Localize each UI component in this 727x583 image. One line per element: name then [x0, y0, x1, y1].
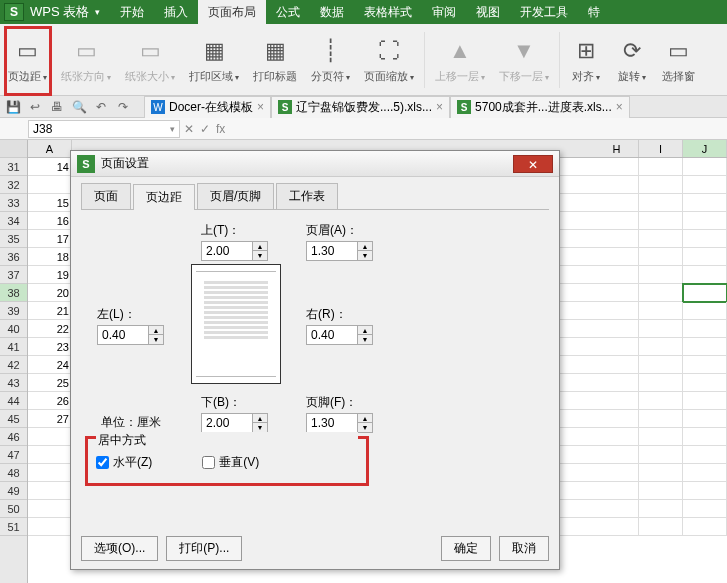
cell-I46[interactable]: [639, 428, 683, 446]
doc-tab-0[interactable]: WDocer-在线模板×: [144, 96, 271, 118]
qat-save-icon[interactable]: 💾: [4, 98, 22, 116]
cell-J42[interactable]: [683, 356, 727, 374]
cell-I51[interactable]: [639, 518, 683, 536]
cell-J47[interactable]: [683, 446, 727, 464]
dialog-tab-3[interactable]: 工作表: [276, 183, 338, 209]
cell-H51[interactable]: [595, 518, 639, 536]
cell-H37[interactable]: [595, 266, 639, 284]
dialog-tab-0[interactable]: 页面: [81, 183, 131, 209]
spin-down-icon[interactable]: ▼: [253, 251, 267, 260]
cell-I44[interactable]: [639, 392, 683, 410]
cell-J50[interactable]: [683, 500, 727, 518]
center-horizontal-check[interactable]: 水平(Z): [96, 454, 152, 471]
ribbon-打印标题[interactable]: ▦打印标题: [247, 33, 303, 86]
row-header-39[interactable]: 39: [0, 302, 27, 320]
cell-A43[interactable]: 25: [28, 374, 72, 392]
row-header-35[interactable]: 35: [0, 230, 27, 248]
cell-H40[interactable]: [595, 320, 639, 338]
cell-I36[interactable]: [639, 248, 683, 266]
name-box-dropdown-icon[interactable]: ▾: [170, 124, 175, 134]
spin-down-icon[interactable]: ▼: [358, 423, 372, 432]
cell-I47[interactable]: [639, 446, 683, 464]
cell-I45[interactable]: [639, 410, 683, 428]
cell-I43[interactable]: [639, 374, 683, 392]
print-button[interactable]: 打印(P)...: [166, 536, 242, 561]
cell-J35[interactable]: [683, 230, 727, 248]
cell-I38[interactable]: [639, 284, 683, 302]
margin-top-input[interactable]: [201, 241, 253, 261]
cell-A31[interactable]: 14: [28, 158, 72, 176]
cell-J41[interactable]: [683, 338, 727, 356]
doc-tab-close-icon[interactable]: ×: [257, 100, 264, 114]
app-dropdown-icon[interactable]: ▾: [95, 7, 100, 17]
ribbon-纸张大小[interactable]: ▭纸张大小▾: [119, 33, 181, 86]
ribbon-分页符[interactable]: ┊分页符▾: [305, 33, 356, 86]
cell-A44[interactable]: 26: [28, 392, 72, 410]
fx-label[interactable]: fx: [216, 122, 225, 136]
cell-H45[interactable]: [595, 410, 639, 428]
row-header-34[interactable]: 34: [0, 212, 27, 230]
ribbon-页边距[interactable]: ▭页边距▾: [2, 33, 53, 86]
spin-up-icon[interactable]: ▲: [358, 326, 372, 335]
cell-A51[interactable]: [28, 518, 72, 536]
row-header-50[interactable]: 50: [0, 500, 27, 518]
cell-A42[interactable]: 24: [28, 356, 72, 374]
cell-J44[interactable]: [683, 392, 727, 410]
cell-J37[interactable]: [683, 266, 727, 284]
cell-J33[interactable]: [683, 194, 727, 212]
spin-down-icon[interactable]: ▼: [253, 423, 267, 432]
row-header-47[interactable]: 47: [0, 446, 27, 464]
ribbon-选择窗[interactable]: ▭选择窗: [656, 33, 701, 86]
cell-I31[interactable]: [639, 158, 683, 176]
cell-I41[interactable]: [639, 338, 683, 356]
col-header-A[interactable]: A: [28, 140, 72, 157]
col-header-J[interactable]: J: [683, 140, 727, 157]
menu-item-8[interactable]: 开发工具: [510, 0, 578, 24]
cell-H47[interactable]: [595, 446, 639, 464]
margin-header-input[interactable]: [306, 241, 358, 261]
menu-item-1[interactable]: 插入: [154, 0, 198, 24]
cell-I32[interactable]: [639, 176, 683, 194]
cell-J48[interactable]: [683, 464, 727, 482]
cell-H35[interactable]: [595, 230, 639, 248]
cell-I48[interactable]: [639, 464, 683, 482]
row-header-43[interactable]: 43: [0, 374, 27, 392]
cell-J36[interactable]: [683, 248, 727, 266]
cell-H46[interactable]: [595, 428, 639, 446]
qat-undo-icon[interactable]: ↶: [92, 98, 110, 116]
menu-item-6[interactable]: 审阅: [422, 0, 466, 24]
qat-back-icon[interactable]: ↩: [26, 98, 44, 116]
dialog-titlebar[interactable]: S 页面设置 ✕: [71, 151, 559, 177]
ribbon-下移一层[interactable]: ▼下移一层▾: [493, 33, 555, 86]
cell-A40[interactable]: 22: [28, 320, 72, 338]
menu-item-7[interactable]: 视图: [466, 0, 510, 24]
qat-redo-icon[interactable]: ↷: [114, 98, 132, 116]
cell-H38[interactable]: [595, 284, 639, 302]
row-header-45[interactable]: 45: [0, 410, 27, 428]
cell-I37[interactable]: [639, 266, 683, 284]
cell-I50[interactable]: [639, 500, 683, 518]
cell-A49[interactable]: [28, 482, 72, 500]
spin-up-icon[interactable]: ▲: [253, 242, 267, 251]
row-header-51[interactable]: 51: [0, 518, 27, 536]
row-header-38[interactable]: 38: [0, 284, 27, 302]
cell-I34[interactable]: [639, 212, 683, 230]
cell-A39[interactable]: 21: [28, 302, 72, 320]
cell-H50[interactable]: [595, 500, 639, 518]
margin-footer-input[interactable]: [306, 413, 358, 433]
dialog-tab-1[interactable]: 页边距: [133, 184, 195, 210]
cell-A41[interactable]: 23: [28, 338, 72, 356]
qat-preview-icon[interactable]: 🔍: [70, 98, 88, 116]
doc-tab-close-icon[interactable]: ×: [616, 100, 623, 114]
row-header-48[interactable]: 48: [0, 464, 27, 482]
cell-I39[interactable]: [639, 302, 683, 320]
ribbon-打印区域[interactable]: ▦打印区域▾: [183, 33, 245, 86]
cell-H48[interactable]: [595, 464, 639, 482]
cell-A34[interactable]: 16: [28, 212, 72, 230]
row-header-46[interactable]: 46: [0, 428, 27, 446]
cell-H34[interactable]: [595, 212, 639, 230]
cell-H43[interactable]: [595, 374, 639, 392]
ribbon-旋转[interactable]: ⟳旋转▾: [610, 33, 654, 86]
cell-J32[interactable]: [683, 176, 727, 194]
cell-A46[interactable]: [28, 428, 72, 446]
